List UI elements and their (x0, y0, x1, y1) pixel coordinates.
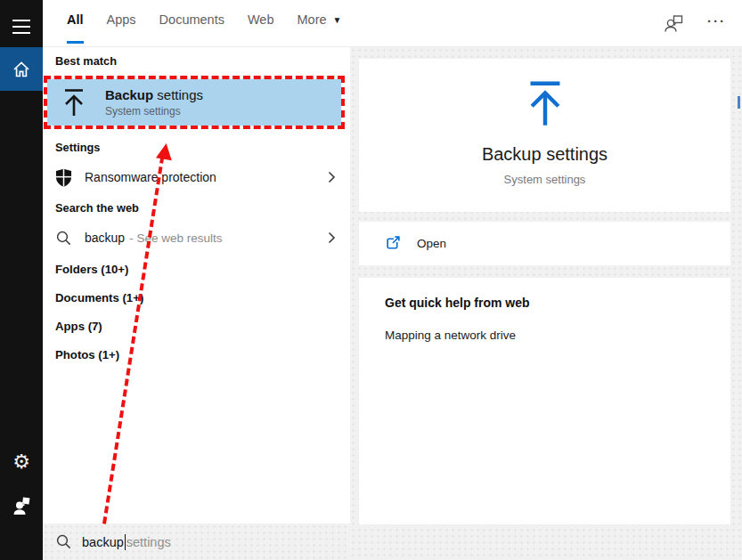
start-sidebar: ⚙ (0, 0, 43, 560)
person-feedback-icon (664, 14, 684, 33)
best-match-subtitle: System settings (105, 105, 203, 118)
preview-result-card: Backup settings System settings (359, 59, 730, 212)
sidebar-item-settings[interactable]: ⚙ (0, 442, 43, 482)
web-search-suffix: - See web results (129, 231, 222, 245)
quick-help-header: Get quick help from web (385, 296, 730, 310)
open-external-icon (385, 236, 402, 251)
feedback-button[interactable] (664, 14, 684, 33)
sidebar-item-user-feedback[interactable] (0, 486, 43, 525)
best-match-title-bold: Backup (105, 87, 153, 102)
search-input[interactable]: backup settings (43, 523, 350, 560)
shield-icon (54, 168, 72, 187)
tab-more[interactable]: More ▼ (298, 0, 342, 44)
tab-all[interactable]: All (67, 0, 84, 44)
best-match-result-backup-settings[interactable]: Backup settings System settings (44, 76, 345, 129)
sidebar-item-home[interactable] (0, 47, 43, 91)
best-match-title-rest: settings (153, 87, 203, 102)
hamburger-icon (12, 20, 30, 34)
chevron-right-icon[interactable] (328, 171, 336, 183)
open-action-label: Open (417, 237, 446, 250)
quick-help-card: Get quick help from web Mapping a networ… (359, 278, 730, 524)
tab-web-label: Web (248, 12, 274, 27)
filter-tabs: All Apps Documents Web More ▼ (55, 0, 353, 46)
chevron-down-icon: ▼ (333, 15, 342, 25)
search-inline-suggestion: settings (126, 535, 171, 549)
result-label: Ransomware protection (85, 170, 216, 184)
scrollbar-thumb[interactable] (738, 96, 740, 109)
start-search-window: ⚙ All Apps Documents Web (0, 0, 742, 560)
preview-title: Backup settings (482, 144, 607, 165)
more-options-button[interactable]: ··· (707, 13, 726, 34)
ellipsis-icon: ··· (707, 13, 726, 28)
best-match-text: Backup settings System settings (105, 87, 203, 118)
user-feedback-icon (10, 495, 33, 516)
preview-pane: Backup settings System settings Open Get… (350, 47, 742, 560)
tab-all-label: All (67, 12, 84, 27)
web-section-header: Search the web (55, 201, 139, 215)
tab-documents-label: Documents (159, 12, 224, 27)
best-match-title: Backup settings (105, 87, 203, 102)
best-match-header: Best match (55, 54, 117, 68)
search-icon (54, 231, 72, 246)
settings-section-header: Settings (55, 141, 100, 154)
chevron-right-icon[interactable] (328, 231, 336, 244)
preview-subtitle: System settings (504, 173, 586, 186)
quick-help-link[interactable]: Mapping a network drive (385, 329, 730, 342)
result-ransomware-protection[interactable]: Ransomware protection (43, 161, 350, 193)
tab-apps-label: Apps (107, 12, 136, 27)
open-action-button[interactable]: Open (359, 222, 730, 265)
group-header-photos[interactable]: Photos (1+) (55, 348, 119, 361)
search-results-panel: Best match Backup settings System settin… (43, 47, 350, 523)
topbar-right-actions: ··· (664, 0, 726, 46)
text-caret (125, 534, 126, 550)
search-filter-bar: All Apps Documents Web More ▼ (43, 0, 742, 47)
hamburger-menu-button[interactable] (0, 7, 43, 46)
result-web-search-backup[interactable]: backup - See web results (43, 222, 350, 254)
gear-icon: ⚙ (12, 452, 30, 472)
tab-apps[interactable]: Apps (107, 0, 136, 44)
search-typed-text: backup (82, 535, 124, 549)
tab-documents[interactable]: Documents (159, 0, 224, 44)
home-icon (10, 58, 33, 81)
tab-more-label: More (298, 12, 327, 27)
group-header-documents[interactable]: Documents (1+) (55, 291, 143, 304)
group-header-folders[interactable]: Folders (10+) (55, 263, 128, 276)
web-search-query: backup (85, 231, 125, 245)
backup-arrow-icon (59, 86, 89, 118)
group-header-apps[interactable]: Apps (7) (55, 320, 102, 333)
tab-web[interactable]: Web (248, 0, 274, 44)
search-icon (56, 534, 71, 549)
backup-arrow-icon-large (520, 77, 570, 130)
